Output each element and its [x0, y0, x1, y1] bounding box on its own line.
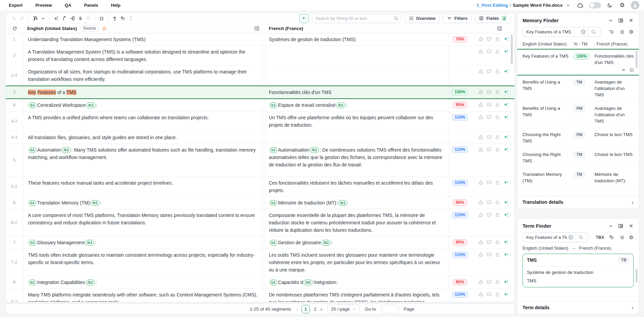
inline-tag[interactable]: /b1	[85, 240, 94, 246]
term-search-button[interactable]	[575, 233, 586, 242]
collapse-panel-chevron-icon[interactable]	[608, 224, 613, 228]
source-cell[interactable]: b1Translation Memory (TM)/b1:	[23, 197, 263, 209]
warning-icon[interactable]	[478, 36, 484, 42]
join-segment-icon[interactable]	[52, 14, 60, 23]
ai-sparkle-icon[interactable]	[503, 279, 509, 285]
unlock-icon[interactable]	[495, 69, 500, 74]
memory-result-row[interactable]: Choosing the Right TMSTMChoisir le bon T…	[517, 148, 639, 168]
unlock-icon[interactable]	[495, 147, 500, 152]
inline-tag[interactable]: b1	[29, 200, 36, 206]
warning-icon[interactable]	[478, 240, 484, 245]
split-segment-icon[interactable]	[60, 14, 68, 23]
unlock-icon[interactable]	[495, 49, 500, 54]
memory-tag-filter-icon[interactable]	[609, 29, 614, 35]
unlock-icon[interactable]	[495, 200, 500, 205]
panel-layout-icon[interactable]	[618, 223, 623, 229]
prev-page-icon[interactable]: ‹	[296, 306, 298, 312]
target-cell[interactable]: b1Automatisation/b1: De nombreuses solut…	[265, 144, 449, 177]
menu-qa[interactable]: QA	[65, 3, 71, 8]
comment-icon[interactable]	[487, 36, 492, 42]
comment-icon[interactable]	[487, 200, 492, 205]
inline-tag[interactable]: b1	[29, 280, 36, 285]
overview-button[interactable]: Overview	[405, 14, 440, 23]
inline-tag[interactable]: /b1	[86, 102, 96, 108]
comment-icon[interactable]	[487, 240, 492, 245]
memory-result-row[interactable]: Benefits of Using a TMSTMAvantages de l'…	[517, 75, 639, 102]
target-cell[interactable]: Fonctionnalités clés d'un TMS	[265, 86, 449, 98]
inline-tag[interactable]: b1	[270, 200, 277, 206]
ai-sparkle-icon[interactable]	[503, 36, 509, 42]
source-cell[interactable]: TMS tools often include glossaries to ma…	[23, 249, 263, 276]
warning-icon[interactable]	[478, 180, 484, 185]
segment-row[interactable]: 5-2These features reduce manual tasks an…	[6, 177, 514, 197]
source-cell[interactable]: b1Centralized Workspace/b1:	[23, 99, 263, 111]
source-cell[interactable]: All translation files, glossaries, and s…	[23, 131, 263, 144]
target-cell[interactable]: b1Mémoire de traduction (MT):/b1	[265, 197, 449, 209]
page-2-button[interactable]: 2	[313, 307, 317, 312]
ai-sparkle-icon[interactable]	[503, 292, 509, 297]
comment-icon[interactable]	[487, 115, 492, 120]
special-character-icon[interactable]: Ω	[98, 14, 106, 23]
segment-row[interactable]: 5b1Automation/b1: Many TMS solutions off…	[6, 144, 514, 177]
theme-toggle[interactable]	[589, 2, 601, 8]
close-panel-icon[interactable]	[629, 223, 634, 228]
memory-result-selected[interactable]: Key Features of a TMS100%Fonctionnalités…	[517, 49, 639, 75]
breadcrumb-filename[interactable]: Sample Word File.docx	[513, 3, 563, 8]
insert-match-icon[interactable]: «	[622, 67, 625, 72]
more-tools-kebab-icon[interactable]: ⋮	[127, 14, 135, 23]
chevron-down-icon[interactable]	[564, 2, 572, 9]
source-cell[interactable]: b1Integration Capabilities/b1:	[23, 276, 263, 288]
comment-icon[interactable]	[487, 49, 492, 54]
clear-search-icon[interactable]: ✕	[581, 29, 586, 34]
unlock-icon[interactable]	[495, 115, 500, 120]
menu-export[interactable]: Export	[9, 3, 23, 8]
source-cell[interactable]: A TMS provides a unified platform where …	[23, 112, 263, 131]
segment-row[interactable]: 7-2TMS tools often include glossaries to…	[6, 249, 514, 276]
target-cell[interactable]: Ces fonctionnalités réduisent les tâches…	[265, 177, 449, 196]
term-tag-filter-icon[interactable]	[609, 235, 614, 240]
menu-panels[interactable]: Panels	[84, 3, 98, 8]
memory-search-button[interactable]	[588, 27, 599, 36]
comment-icon[interactable]	[487, 292, 492, 297]
warning-icon[interactable]	[478, 252, 484, 257]
segment-row[interactable]: 4-2A TMS provides a unified platform whe…	[6, 112, 514, 131]
target-cell[interactable]: Composante essentielle de la plupart des…	[265, 209, 449, 236]
segment-row[interactable]: 2A Translation Management System (TMS) i…	[6, 46, 514, 66]
pseudo-translate-icon[interactable]: S→	[76, 14, 84, 23]
warning-icon[interactable]	[478, 102, 484, 107]
source-cell[interactable]: Many TMS platforms integrate seamlessly …	[23, 289, 263, 302]
target-cell[interactable]: b1Capacités d/b1'intégration:	[265, 276, 449, 288]
ai-sparkle-icon[interactable]	[503, 252, 509, 258]
dark-mode-moon-icon[interactable]	[606, 2, 613, 9]
memory-search-input[interactable]	[523, 29, 581, 34]
cloud-sync-icon[interactable]	[577, 2, 584, 9]
ai-sparkle-icon[interactable]	[503, 200, 509, 205]
segment-row[interactable]: 3Key Features of a TMSFonctionnalités cl…	[6, 86, 514, 99]
unlock-icon[interactable]	[495, 240, 500, 245]
term-list-view-icon[interactable]	[619, 235, 624, 240]
unlock-icon[interactable]	[495, 36, 500, 42]
warning-icon[interactable]	[478, 200, 484, 205]
comment-icon[interactable]	[487, 102, 492, 107]
ai-sparkle-icon[interactable]	[503, 134, 509, 140]
ai-sparkle-icon[interactable]	[503, 212, 509, 218]
memory-result-row[interactable]: Translation Memory (TM):TMMémoire de tra…	[517, 168, 639, 188]
grid-scrollbar-thumb[interactable]	[511, 34, 513, 64]
memory-result-row[interactable]: Key Features of a TMS100%Fonctionnalités…	[517, 50, 639, 66]
target-cell[interactable]	[265, 46, 449, 65]
inline-tag[interactable]: /b1	[310, 147, 319, 153]
comment-icon[interactable]	[487, 212, 492, 218]
segment-row[interactable]: 6-2A core component of most TMS platform…	[6, 209, 514, 236]
page-size-select[interactable]: 25 / page	[327, 305, 360, 313]
source-cell[interactable]: Understanding Translation Management Sys…	[23, 33, 263, 45]
clear-search-icon[interactable]: ✕	[568, 235, 573, 240]
target-cell[interactable]: Les outils TMS incluent souvent des glos…	[265, 249, 449, 276]
comment-icon[interactable]	[487, 147, 492, 152]
source-cell[interactable]: b1Glossary Management/b1:	[23, 236, 263, 249]
unlock-icon[interactable]	[495, 252, 500, 257]
memory-result-row[interactable]: Choosing the Right TMSPMChoisir le bon T…	[517, 128, 639, 148]
refresh-icon[interactable]	[12, 26, 17, 31]
warning-icon[interactable]	[478, 279, 484, 285]
source-cell[interactable]: b1Automation/b1: Many TMS solutions offe…	[23, 144, 263, 177]
ai-sparkle-icon[interactable]	[503, 180, 509, 186]
